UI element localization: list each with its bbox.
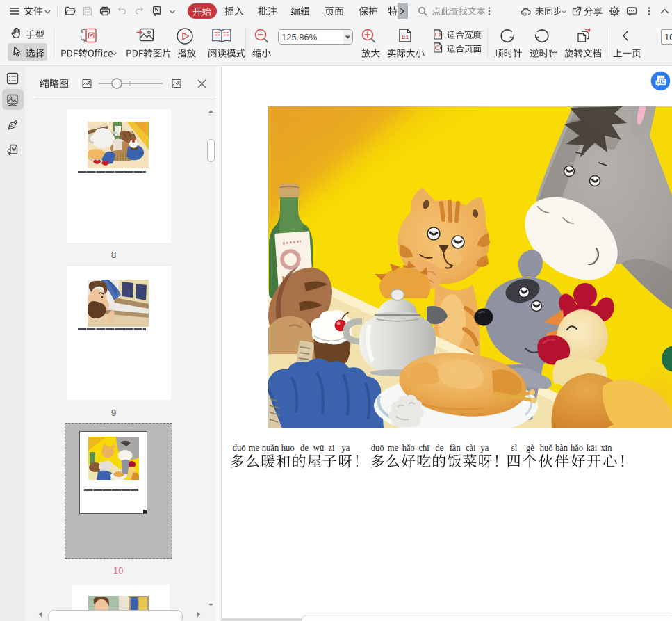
- svg-text:1:1: 1:1: [401, 34, 409, 40]
